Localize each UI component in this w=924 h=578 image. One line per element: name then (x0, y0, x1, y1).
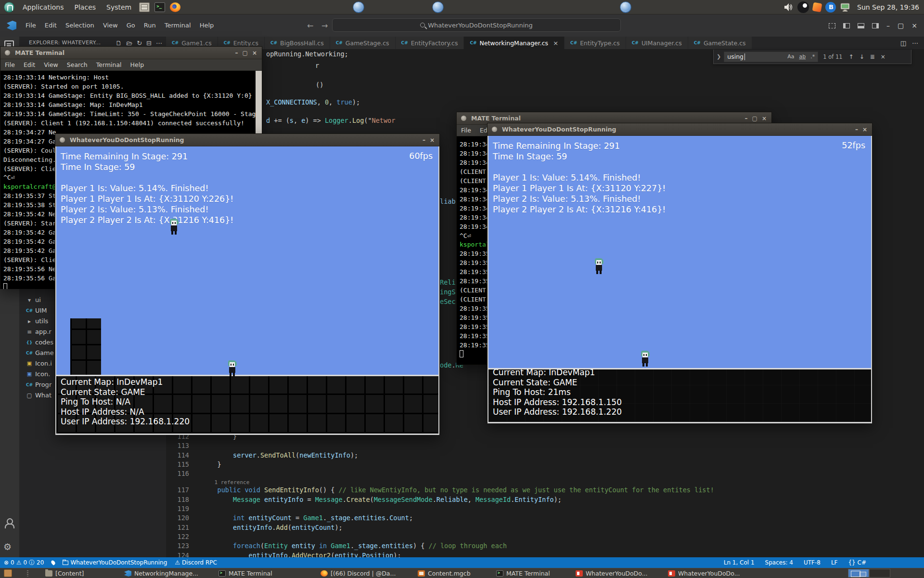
match-case-icon[interactable]: Aa (786, 53, 795, 60)
tab-gamestate[interactable]: C#GameState.cs (688, 37, 752, 49)
bluetooth-icon[interactable] (825, 2, 836, 13)
window-menu-icon[interactable] (60, 137, 65, 143)
clock[interactable]: Sun Sep 28, 19:36 (855, 3, 919, 11)
customize-layout-icon[interactable] (829, 23, 835, 28)
game-viewport[interactable]: Time Remaining In Stage: 291Time In Stag… (488, 136, 872, 423)
status-encoding[interactable]: UTF-8 (804, 559, 821, 566)
vscode-menu-file[interactable]: File (21, 22, 40, 29)
find-input[interactable]: using Aa ab .* (724, 52, 818, 62)
nav-back-icon[interactable]: ← (303, 21, 317, 30)
terminal-menu-edit[interactable]: Edit (19, 61, 39, 68)
tab-bigbosshall[interactable]: C#BigBossHall.cs (265, 37, 330, 49)
minimize-button[interactable]: – (235, 50, 238, 56)
restore-button[interactable]: ▢ (898, 22, 904, 29)
toggle-sidebar-icon[interactable] (843, 23, 850, 28)
maximize-button[interactable]: ▢ (243, 50, 248, 56)
minimize-button[interactable]: – (886, 22, 890, 29)
close-button[interactable]: × (862, 126, 867, 133)
panel-menu-applications[interactable]: Applications (17, 3, 69, 11)
input-tray-icon[interactable] (797, 1, 809, 13)
taskbar-item-mateterminal[interactable]: MATE Terminal (216, 569, 288, 578)
find-expand-icon[interactable]: ❯ (717, 53, 721, 60)
volume-icon[interactable] (784, 3, 794, 12)
taskbar-item-contentmgcb[interactable]: Content.mgcb (415, 569, 487, 578)
vscode-menu-run[interactable]: Run (140, 22, 160, 29)
globe-icon[interactable] (353, 1, 364, 13)
find-next-icon[interactable]: ↓ (858, 53, 866, 60)
explorer-action-icon-4[interactable]: ⋯ (156, 39, 162, 47)
tab-entityfactory[interactable]: C#EntityFactory.cs (396, 37, 464, 49)
panel-menu-places[interactable]: Places (69, 3, 102, 11)
vscode-menu-selection[interactable]: Selection (61, 22, 99, 29)
game-viewport[interactable]: Time Remaining In Stage: 291Time In Stag… (55, 146, 439, 435)
explorer-action-icon-1[interactable]: 🗁 (126, 39, 132, 47)
settings-gear-icon[interactable]: ⚙ (3, 541, 12, 552)
discord-rpc-indicator[interactable]: ⚠ Discord RPC (171, 559, 221, 566)
globe-icon[interactable] (620, 1, 631, 13)
account-icon[interactable] (4, 518, 14, 528)
find-prev-icon[interactable]: ↑ (847, 53, 855, 60)
nav-forward-icon[interactable]: → (318, 21, 332, 30)
file-manager-icon[interactable] (4, 569, 12, 577)
status-language[interactable]: {} C# (848, 559, 866, 566)
mate-menu-icon[interactable] (4, 2, 14, 13)
window-menu-icon[interactable] (461, 116, 466, 121)
vscode-menu-edit[interactable]: Edit (40, 22, 61, 29)
taskbar-item-networkingmanage[interactable]: NetworkingManage... (121, 569, 210, 578)
taskbar-item-whateveryoudodo[interactable]: WhateverYouDoDo... (665, 569, 754, 578)
globe-icon[interactable] (432, 1, 444, 13)
taskbar-item-whateveryoudodo[interactable]: WhateverYouDoDo... (573, 569, 661, 578)
window-titlebar[interactable]: WhateverYouDoDontStopRunning – × (55, 134, 439, 146)
split-editor-icon[interactable]: ◫ (900, 39, 906, 47)
terminal-menu-file[interactable]: File (0, 61, 19, 68)
terminal-menu-file[interactable]: File (457, 127, 475, 134)
terminal-menu-help[interactable]: Help (126, 61, 149, 68)
explorer-action-icon-2[interactable]: ↻ (137, 39, 142, 47)
panel-menu-system[interactable]: System (101, 3, 137, 11)
tab-close-icon[interactable]: × (553, 39, 558, 47)
explorer-action-icon-0[interactable]: 🗋 (116, 39, 122, 47)
vscode-menu-go[interactable]: Go (122, 22, 140, 29)
tray-app-icon[interactable] (812, 2, 822, 12)
whole-word-icon[interactable]: ab (798, 53, 807, 60)
tab-gamestage[interactable]: C#GameStage.cs (330, 37, 396, 49)
display-icon[interactable] (840, 2, 851, 12)
terminal-menu-terminal[interactable]: Terminal (92, 61, 126, 68)
codelens-reference[interactable]: 1 reference (166, 479, 924, 486)
command-center[interactable]: WhateverYouDoDontStopRunning (332, 18, 621, 32)
terminal-menu-view[interactable]: View (39, 61, 63, 68)
file-manager-launcher-icon[interactable] (139, 2, 150, 12)
find-close-icon[interactable]: × (879, 53, 887, 60)
status-indentation[interactable]: Spaces: 4 (765, 559, 793, 566)
window-menu-icon[interactable] (5, 50, 10, 55)
taskbar-item-66discordda[interactable]: [(66) Discord | @Da... (318, 569, 409, 578)
explorer-action-icon-3[interactable]: ⊟ (146, 39, 152, 47)
minimize-button[interactable]: – (745, 115, 748, 122)
minimize-button[interactable]: – (855, 126, 858, 133)
tab-entitytype[interactable]: C#EntityType.cs (565, 37, 626, 49)
status-eol[interactable]: LF (831, 559, 838, 566)
terminal-menu-search[interactable]: Search (63, 61, 92, 68)
find-in-selection-icon[interactable]: ≣ (869, 53, 876, 60)
workspace-1[interactable] (848, 569, 869, 578)
tab-networkingmanager[interactable]: C#NetworkingManager.cs× (464, 37, 565, 49)
code-block[interactable]: 112 }113114 server.SendToAll(newEntityIn… (166, 433, 924, 557)
close-button[interactable]: × (252, 50, 257, 56)
window-titlebar[interactable]: MATE Terminal – ▢ × (0, 47, 262, 59)
close-button[interactable]: × (430, 137, 435, 144)
toggle-secondary-sidebar-icon[interactable] (872, 23, 879, 28)
taskbar-item-mateterminal[interactable]: MATE Terminal (493, 569, 565, 578)
taskbar-item-content[interactable]: [Content] (42, 569, 105, 578)
close-button[interactable]: × (911, 22, 917, 29)
vscode-menu-view[interactable]: View (99, 22, 122, 29)
workspace-2[interactable] (869, 569, 890, 578)
hot-reload-flame-icon[interactable] (48, 560, 59, 565)
window-menu-icon[interactable] (492, 127, 497, 132)
project-indicator[interactable]: WhateverYouDoDontStopRunning (59, 559, 171, 566)
close-button[interactable]: × (762, 115, 767, 122)
status-cursor-position[interactable]: Ln 1, Col 1 (724, 559, 755, 566)
vscode-menu-help[interactable]: Help (195, 22, 218, 29)
terminal-launcher-icon[interactable] (154, 2, 165, 12)
regex-icon[interactable]: .* (809, 53, 816, 60)
window-titlebar[interactable]: WhateverYouDoDontStopRunning – × (488, 123, 872, 136)
